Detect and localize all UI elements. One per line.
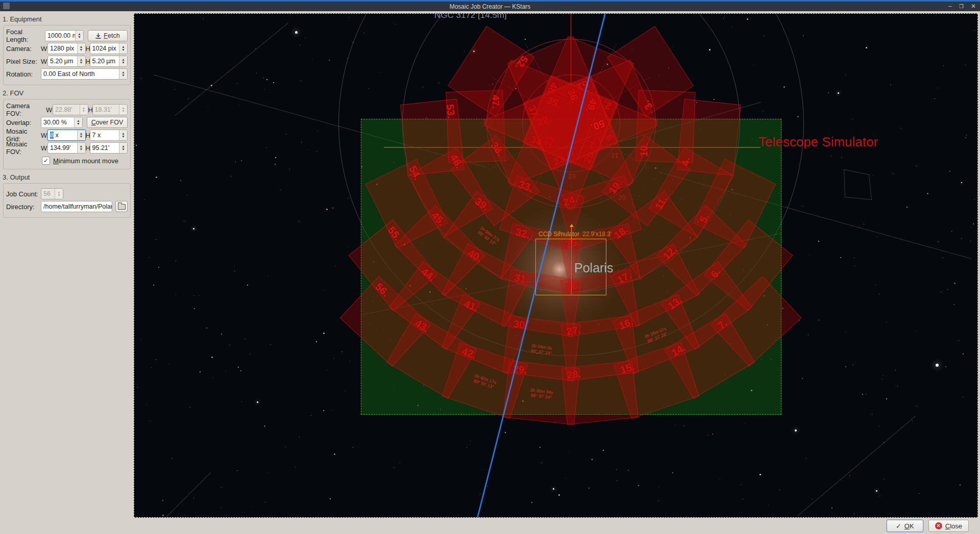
browse-directory-button[interactable] [115,201,128,212]
star [250,354,250,354]
star [231,176,232,176]
star [938,88,938,88]
star [712,434,713,435]
star [317,131,318,131]
star [213,377,213,378]
telescope-simulator-label: Telescope Simulator [758,134,878,150]
bright-star [795,429,797,431]
star [849,475,850,476]
minimize-button-icon[interactable]: – [948,2,952,11]
overlap-spinbox[interactable]: 30.00 % ▲▼ [41,117,83,128]
star [864,224,864,224]
star [140,339,141,340]
ccd-simulator-fov-rect [535,239,606,295]
star [281,190,281,190]
ok-button[interactable]: ✓ OK [887,520,923,532]
camera-width-spinbox[interactable]: 1280 pix ▲▼ [47,43,86,54]
mosaic-grid-width-spinbox[interactable]: 8 x ▲▼ [47,130,86,141]
sky-line [164,472,211,517]
star [684,425,684,426]
star [238,367,239,368]
star [206,327,207,328]
camera-height-spinbox[interactable]: 1024 pix ▲▼ [90,43,128,54]
star [915,331,916,332]
focal-length-spin-buttons[interactable]: ▲▼ [75,31,83,41]
fetch-button[interactable]: Fetch [88,30,128,41]
directory-label: Directory: [6,203,41,211]
close-button-icon[interactable]: ✕ [971,2,976,11]
star [973,223,974,224]
focal-length-spinbox[interactable]: 1000.00 mm ▲▼ [45,30,84,41]
bright-star [838,92,839,94]
mosaic-fov-width-spinbox[interactable]: 134.99' ▲▼ [47,142,86,154]
star [901,128,901,129]
star [169,364,169,364]
star [768,504,769,505]
star [329,60,330,61]
star [264,425,265,427]
star [782,517,782,517]
focal-length-value[interactable]: 1000.00 mm [45,31,75,41]
star [720,479,720,479]
bright-star [193,228,194,230]
star [136,517,137,517]
star [150,421,151,421]
star [895,370,896,371]
camera-fov-width-spinbox: 22.88' ▲▼ [53,104,88,115]
star [180,180,181,181]
star [311,415,311,416]
star [487,486,488,487]
star [799,320,800,321]
star [331,410,332,411]
bright-star [553,488,554,490]
rotation-spinbox[interactable]: 0.00 East of North ▲▼ [41,68,128,80]
bright-star [936,364,939,367]
star [542,463,542,463]
maximize-button-icon[interactable]: ❒ [959,2,964,11]
check-icon: ✓ [896,522,901,530]
star [144,199,144,200]
star [312,59,313,59]
pixel-width-spinbox[interactable]: 5.20 µm ▲▼ [47,56,86,67]
directory-input[interactable]: /home/tallfurryman/Polaris [41,201,112,212]
pixel-height-spinbox[interactable]: 5.20 µm ▲▼ [90,56,128,67]
star [400,463,400,463]
sky-map-view[interactable]: 23222120 7. 14. 15. 28. 29.0h 06m 34s88°… [134,13,978,518]
star [963,397,964,397]
star [741,485,741,485]
close-button[interactable]: ✕ Close [928,520,969,532]
star [809,255,810,255]
star [323,410,324,411]
star [253,506,253,506]
bright-star [876,490,877,492]
job-count-spinbox: 56 ▲▼ [41,188,63,199]
star [188,98,188,99]
star [151,367,152,368]
star [265,502,265,502]
star [854,514,854,514]
star [241,160,242,161]
sky-line [175,23,287,116]
star [300,45,300,45]
star [745,423,746,423]
star [137,387,138,388]
selected-text: 8 [50,132,54,139]
star [330,498,331,499]
star [558,494,560,496]
rotation-label: Rotation: [6,70,41,78]
star [802,378,803,379]
star [675,425,675,425]
bright-star [295,31,298,34]
mosaic-grid-height-spinbox[interactable]: 7 x ▲▼ [90,130,128,141]
star [872,414,872,415]
star [470,441,471,441]
minimum-mount-move-checkbox[interactable]: ✓ [42,157,50,165]
star [617,480,617,481]
cover-fov-button[interactable]: Cover FOV [87,117,128,128]
sky-line [797,416,915,516]
star [954,283,955,284]
mosaic-fov-height-spinbox[interactable]: 95.21' ▲▼ [90,142,128,154]
star [268,472,268,473]
star [831,507,832,508]
star [974,30,975,31]
